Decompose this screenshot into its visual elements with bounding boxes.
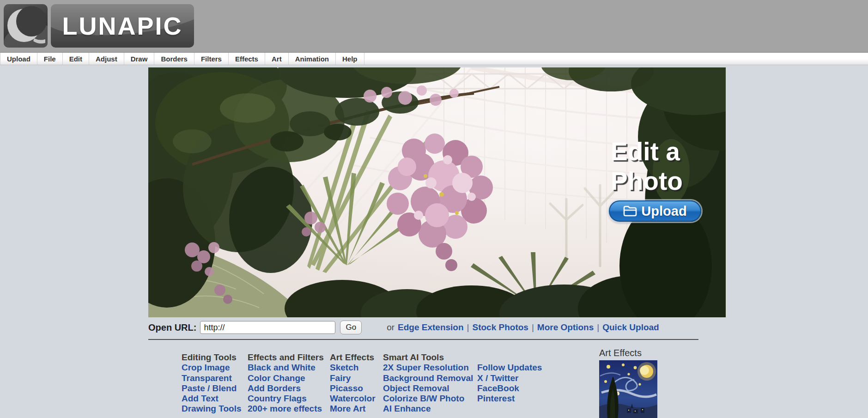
menu-bar: UploadFileEditAdjustDrawBordersFiltersEf… bbox=[0, 52, 868, 65]
open-url-row: Open URL: Go or Edge Extension|Stock Pho… bbox=[148, 321, 868, 334]
link-quick-upload[interactable]: Quick Upload bbox=[602, 322, 659, 333]
link-background-removal[interactable]: Background Removal bbox=[383, 373, 477, 383]
link-pinterest[interactable]: Pinterest bbox=[477, 394, 542, 404]
art-effects-promo-label: Art Effects bbox=[599, 348, 657, 358]
link-more-art[interactable]: More Art bbox=[330, 404, 383, 414]
link-more-options[interactable]: More Options bbox=[537, 322, 594, 333]
column-header-smart-ai-tools: Smart AI Tools bbox=[383, 352, 477, 363]
logo-text: LUNAPIC bbox=[62, 12, 183, 40]
menu-item-help[interactable]: Help bbox=[336, 53, 364, 65]
link-separator: | bbox=[467, 322, 469, 333]
hero-headline: Edit a Photo bbox=[611, 137, 683, 196]
link-paste-blend[interactable]: Paste / Blend bbox=[182, 383, 248, 394]
menu-item-file[interactable]: File bbox=[37, 53, 63, 65]
link-columns: Editing ToolsCrop ImageTransparentPaste … bbox=[182, 352, 542, 414]
site-header: LUNAPIC bbox=[0, 0, 868, 52]
upload-button-label: Upload bbox=[641, 204, 686, 219]
link-watercolor[interactable]: Watercolor bbox=[330, 394, 383, 404]
upload-button[interactable]: Upload bbox=[609, 200, 701, 222]
column-follow: Follow UpdatesX / TwitterFaceBookPintere… bbox=[477, 352, 542, 414]
hero-photo: Edit a Photo Upload bbox=[148, 67, 726, 317]
or-text: or bbox=[387, 322, 395, 333]
column-editing-tools: Editing ToolsCrop ImageTransparentPaste … bbox=[182, 352, 248, 414]
menu-item-animation[interactable]: Animation bbox=[289, 53, 336, 65]
link-200-more-effects[interactable]: 200+ more effects bbox=[248, 404, 330, 414]
link-object-removal[interactable]: Object Removal bbox=[383, 383, 477, 394]
column-header-editing-tools: Editing Tools bbox=[182, 352, 248, 363]
menu-item-art[interactable]: Art bbox=[265, 53, 289, 65]
tools-links-section: Editing ToolsCrop ImageTransparentPaste … bbox=[148, 340, 864, 418]
menu-item-draw[interactable]: Draw bbox=[124, 53, 155, 65]
link-x-twitter[interactable]: X / Twitter bbox=[477, 373, 542, 383]
link-fairy[interactable]: Fairy bbox=[330, 373, 383, 383]
hero-headline-line2: Photo bbox=[611, 166, 683, 196]
moon-logo-icon bbox=[4, 4, 48, 48]
link-add-borders[interactable]: Add Borders bbox=[248, 383, 330, 394]
menu-item-filters[interactable]: Filters bbox=[194, 53, 229, 65]
link-facebook[interactable]: FaceBook bbox=[477, 383, 542, 394]
menu-item-effects[interactable]: Effects bbox=[229, 53, 265, 65]
go-button[interactable]: Go bbox=[340, 321, 362, 334]
link-ai-enhance[interactable]: AI Enhance bbox=[383, 404, 477, 414]
hero-headline-line1: Edit a bbox=[611, 137, 683, 166]
menu-item-edit[interactable]: Edit bbox=[63, 53, 89, 65]
link-separator: | bbox=[597, 322, 599, 333]
column-header-art-effects: Art Effects bbox=[330, 352, 383, 363]
link-crop-image[interactable]: Crop Image bbox=[182, 363, 248, 373]
link-black-and-white[interactable]: Black and White bbox=[248, 363, 330, 373]
logo-wordmark: LUNAPIC bbox=[51, 4, 194, 48]
link-stock-photos[interactable]: Stock Photos bbox=[473, 322, 528, 333]
link-separator: | bbox=[532, 322, 534, 333]
open-url-label: Open URL: bbox=[148, 322, 196, 333]
column-effects-and-filters: Effects and FiltersBlack and WhiteColor … bbox=[248, 352, 330, 414]
link-country-flags[interactable]: Country Flags bbox=[248, 394, 330, 404]
link-2x-super-resolution[interactable]: 2X Super Resolution bbox=[383, 363, 477, 373]
column-smart-ai-tools: Smart AI Tools2X Super ResolutionBackgro… bbox=[383, 352, 477, 414]
menu-item-borders[interactable]: Borders bbox=[154, 53, 194, 65]
starry-night-thumbnail[interactable] bbox=[599, 360, 657, 418]
link-add-text[interactable]: Add Text bbox=[182, 394, 248, 404]
link-sketch[interactable]: Sketch bbox=[330, 363, 383, 373]
link-edge-extension[interactable]: Edge Extension bbox=[398, 322, 464, 333]
link-colorize-b-w-photo[interactable]: Colorize B/W Photo bbox=[383, 394, 477, 404]
open-url-input[interactable] bbox=[200, 321, 335, 334]
menu-item-upload[interactable]: Upload bbox=[0, 53, 37, 65]
link-transparent[interactable]: Transparent bbox=[182, 373, 248, 383]
column-header-effects-and-filters: Effects and Filters bbox=[248, 352, 330, 363]
lunapic-logo[interactable]: LUNAPIC bbox=[4, 4, 194, 48]
art-effects-promo: Art Effects bbox=[599, 348, 657, 418]
column-art-effects: Art EffectsSketchFairyPicassoWatercolorM… bbox=[330, 352, 383, 414]
link-follow-updates[interactable]: Follow Updates bbox=[477, 363, 542, 373]
menu-item-adjust[interactable]: Adjust bbox=[89, 53, 124, 65]
link-color-change[interactable]: Color Change bbox=[248, 373, 330, 383]
alternate-upload-links: or Edge Extension|Stock Photos|More Opti… bbox=[387, 322, 659, 333]
link-drawing-tools[interactable]: Drawing Tools bbox=[182, 404, 248, 414]
folder-icon bbox=[623, 206, 637, 217]
link-picasso[interactable]: Picasso bbox=[330, 383, 383, 394]
